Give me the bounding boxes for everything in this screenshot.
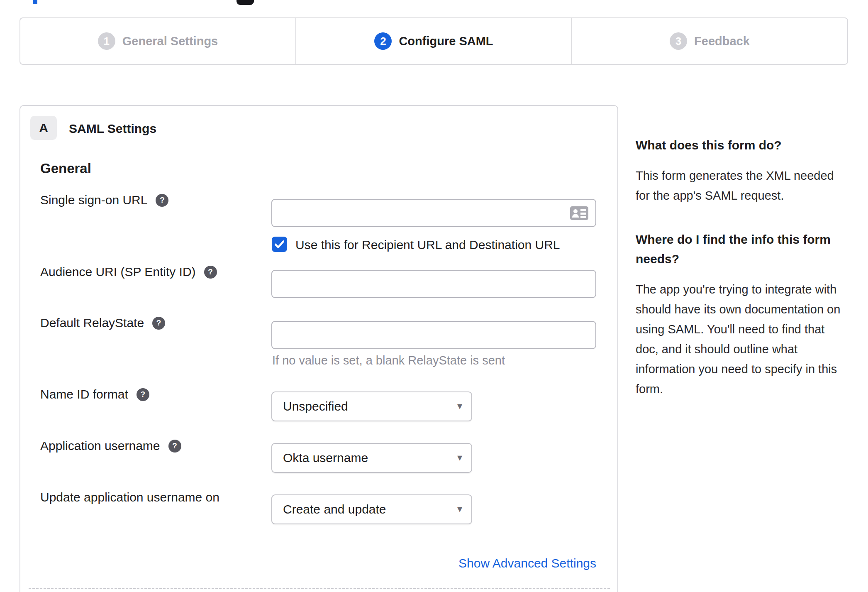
section-letter-badge: A xyxy=(30,116,57,140)
help-icon[interactable]: ? xyxy=(168,440,181,453)
application-username-label-row: Application username ? xyxy=(40,439,181,453)
application-username-select[interactable]: Okta username ▾ xyxy=(271,443,472,473)
single-sign-on-url-input[interactable] xyxy=(271,199,596,227)
help-icon[interactable]: ? xyxy=(137,388,149,401)
step-feedback[interactable]: 3 Feedback xyxy=(571,18,847,64)
audience-uri-label: Audience URI (SP Entity ID) xyxy=(40,265,196,279)
sidebar-body-what: This form generates the XML needed for t… xyxy=(636,166,851,205)
update-application-username-label-row: Update application username on xyxy=(40,490,219,504)
recipient-url-checkbox[interactable] xyxy=(272,237,287,252)
cutoff-header-accent-fragment xyxy=(33,0,37,4)
step-1-label: General Settings xyxy=(122,34,218,48)
name-id-format-value: Unspecified xyxy=(283,399,348,413)
section-dashed-divider xyxy=(29,588,610,589)
sidebar-heading-where: Where do I find the info this form needs… xyxy=(636,230,851,269)
step-configure-saml[interactable]: 2 Configure SAML xyxy=(295,18,571,64)
help-icon[interactable]: ? xyxy=(204,266,217,279)
default-relaystate-label: Default RelayState xyxy=(40,316,144,330)
name-id-format-label-row: Name ID format ? xyxy=(40,387,149,401)
name-id-format-label: Name ID format xyxy=(40,387,128,401)
sidebar-body-where: The app you're trying to integrate with … xyxy=(636,279,851,399)
saml-settings-card: A SAML Settings General Single sign-on U… xyxy=(20,105,618,592)
step-1-number-badge: 1 xyxy=(98,32,115,50)
checkmark-icon xyxy=(275,240,284,248)
single-sign-on-url-label: Single sign-on URL xyxy=(40,193,147,207)
update-application-username-label: Update application username on xyxy=(40,490,219,504)
help-icon[interactable]: ? xyxy=(152,317,165,330)
relaystate-hint: If no value is set, a blank RelayState i… xyxy=(272,354,505,367)
step-3-number-badge: 3 xyxy=(670,32,687,50)
group-heading-general: General xyxy=(40,161,91,176)
chevron-down-icon: ▾ xyxy=(457,504,462,514)
update-application-username-value: Create and update xyxy=(283,502,386,516)
audience-uri-label-row: Audience URI (SP Entity ID) ? xyxy=(40,265,217,279)
step-2-number-badge: 2 xyxy=(374,32,392,50)
step-2-label: Configure SAML xyxy=(399,34,493,48)
step-3-label: Feedback xyxy=(694,34,750,48)
recipient-url-checkbox-label[interactable]: Use this for Recipient URL and Destinati… xyxy=(295,238,560,252)
sidebar-heading-what: What does this form do? xyxy=(636,135,851,155)
update-application-username-select[interactable]: Create and update ▾ xyxy=(271,494,472,524)
help-icon[interactable]: ? xyxy=(156,194,168,207)
chevron-down-icon: ▾ xyxy=(457,453,462,462)
audience-uri-input[interactable] xyxy=(271,270,596,298)
show-advanced-settings-link[interactable]: Show Advanced Settings xyxy=(271,556,596,570)
help-sidebar: What does this form do? This form genera… xyxy=(636,135,851,423)
wizard-stepper: 1 General Settings 2 Configure SAML 3 Fe… xyxy=(20,17,848,65)
application-username-label: Application username xyxy=(40,439,160,453)
contact-card-icon[interactable] xyxy=(570,206,588,220)
chevron-down-icon: ▾ xyxy=(457,401,462,411)
section-title: SAML Settings xyxy=(69,122,156,136)
name-id-format-select[interactable]: Unspecified ▾ xyxy=(271,391,472,421)
default-relaystate-input[interactable] xyxy=(271,321,596,349)
default-relaystate-label-row: Default RelayState ? xyxy=(40,316,165,330)
application-username-value: Okta username xyxy=(283,451,368,465)
cutoff-app-logo-fragment xyxy=(237,0,254,5)
step-general-settings[interactable]: 1 General Settings xyxy=(20,18,295,64)
single-sign-on-url-label-row: Single sign-on URL ? xyxy=(40,193,168,207)
configure-saml-page: { "stepper": { "steps": [ {"number": "1"… xyxy=(0,0,868,592)
